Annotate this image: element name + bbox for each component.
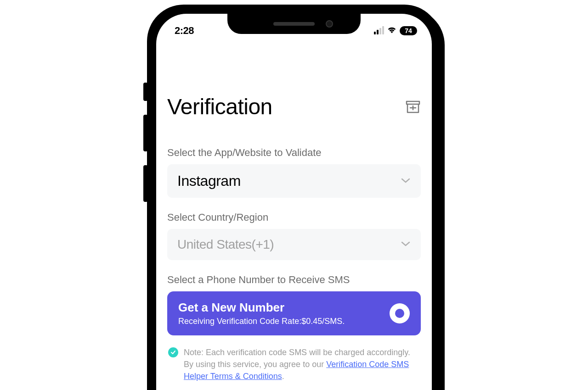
app-select-value: Instagram xyxy=(177,173,241,189)
main-content: Verification Select the App/Website to V… xyxy=(156,41,432,382)
status-indicators: 74 xyxy=(374,26,417,36)
cta-title: Get a New Number xyxy=(178,301,345,315)
cta-text: Get a New Number Receiving Verification … xyxy=(178,301,345,326)
archive-icon[interactable] xyxy=(405,100,421,114)
note-text: Note: Each verification code SMS will be… xyxy=(184,346,420,382)
battery-indicator: 74 xyxy=(400,26,417,35)
page-header: Verification xyxy=(167,94,421,119)
region-select-value: United States(+1) xyxy=(177,237,274,252)
cta-subtitle: Receiving Verification Code Rate:$0.45/S… xyxy=(178,317,345,326)
page-title: Verification xyxy=(167,94,272,119)
region-select[interactable]: United States(+1) xyxy=(167,229,421,260)
get-number-button[interactable]: Get a New Number Receiving Verification … xyxy=(167,291,421,335)
chevron-down-icon xyxy=(401,240,411,249)
note-row: Note: Each verification code SMS will be… xyxy=(167,346,421,382)
phone-screen: 2:28 74 xyxy=(156,14,432,390)
app-select[interactable]: Instagram xyxy=(167,164,421,198)
check-circle-icon xyxy=(168,347,178,357)
sms-select-label: Select a Phone Number to Receive SMS xyxy=(167,274,421,286)
region-select-label: Select Country/Region xyxy=(167,212,421,223)
wifi-icon xyxy=(387,26,397,36)
app-select-label: Select the App/Website to Validate xyxy=(167,147,421,159)
cellular-signal-icon xyxy=(374,27,384,34)
phone-notch xyxy=(227,14,361,34)
radio-selected-icon xyxy=(390,303,410,323)
chevron-down-icon xyxy=(401,177,411,185)
phone-frame: 2:28 74 xyxy=(147,5,441,390)
note-suffix: . xyxy=(282,372,284,381)
status-time: 2:28 xyxy=(175,25,194,37)
phone-mockup: 2:28 74 xyxy=(147,5,441,390)
